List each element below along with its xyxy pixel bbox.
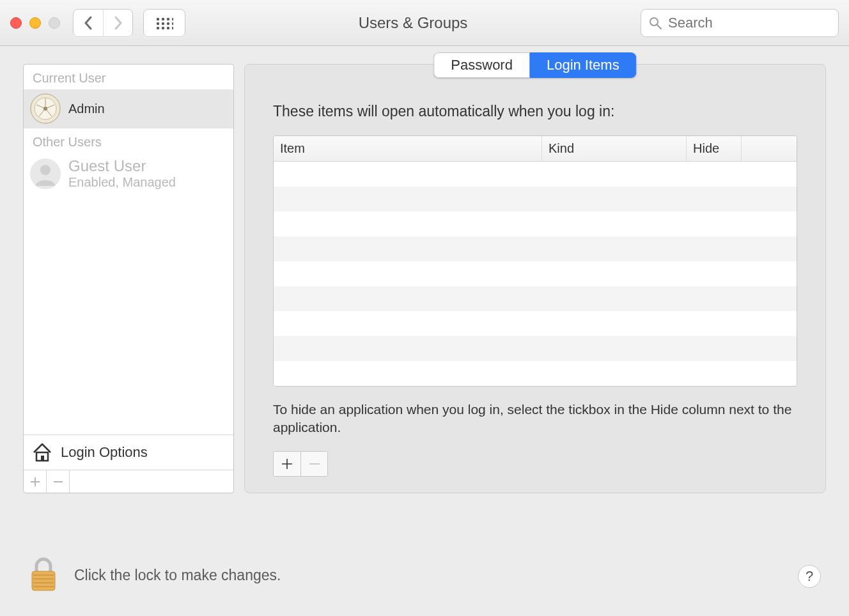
users-sidebar: Current User Admin Other Users (23, 64, 234, 493)
svg-point-3 (172, 17, 173, 20)
svg-point-8 (157, 26, 159, 29)
table-row[interactable] (274, 236, 797, 261)
user-text: Admin (68, 102, 105, 116)
table-header: Item Kind Hide (274, 136, 797, 162)
svg-rect-24 (41, 456, 44, 461)
svg-point-11 (172, 26, 173, 29)
login-options-label: Login Options (61, 444, 148, 461)
chevron-left-icon (84, 16, 93, 30)
add-item-button[interactable] (274, 452, 300, 476)
user-role: Admin (68, 102, 105, 116)
window-title: Users & Groups (185, 14, 641, 32)
login-items-table: Item Kind Hide (273, 135, 797, 387)
search-input[interactable] (668, 15, 830, 31)
sidebar-footer (24, 470, 233, 493)
question-icon: ? (806, 568, 813, 585)
remove-user-button[interactable] (47, 470, 70, 493)
tab-control: Password Login Items (433, 52, 636, 78)
avatar-icon (30, 93, 61, 124)
help-button[interactable]: ? (798, 565, 821, 588)
remove-item-button[interactable] (300, 452, 327, 476)
minimize-window-button[interactable] (29, 17, 41, 29)
main-panel: Password Login Items These items will op… (244, 64, 826, 493)
current-user-row[interactable]: Admin (24, 89, 233, 128)
table-row[interactable] (274, 162, 797, 187)
lock-hint: Click the lock to make changes. (74, 567, 281, 584)
add-remove-items (273, 451, 328, 477)
svg-point-9 (162, 26, 164, 29)
svg-point-12 (650, 18, 658, 26)
column-item[interactable]: Item (274, 136, 542, 161)
close-window-button[interactable] (10, 17, 22, 29)
user-text: Guest User Enabled, Managed (68, 157, 176, 190)
login-options-row[interactable]: Login Options (24, 435, 233, 470)
search-icon (649, 17, 662, 29)
plus-icon (30, 477, 40, 487)
table-row[interactable] (274, 286, 797, 311)
tab-login-items[interactable]: Login Items (529, 52, 637, 78)
show-all-button[interactable] (143, 9, 185, 37)
lock-bar: Click the lock to make changes. (29, 557, 281, 593)
svg-point-2 (167, 17, 169, 20)
person-icon (33, 162, 58, 186)
add-user-button[interactable] (24, 470, 47, 493)
titlebar: Users & Groups (0, 0, 849, 46)
chevron-right-icon (114, 16, 123, 30)
guest-user-row[interactable]: Guest User Enabled, Managed (24, 153, 233, 194)
house-icon (31, 442, 53, 463)
svg-line-13 (657, 25, 661, 29)
column-spacer (742, 136, 797, 161)
search-field[interactable] (641, 9, 839, 37)
plus-icon (281, 458, 293, 470)
table-row[interactable] (274, 212, 797, 236)
column-kind[interactable]: Kind (542, 136, 687, 161)
table-row[interactable] (274, 261, 797, 286)
svg-point-4 (157, 22, 159, 24)
table-row[interactable] (274, 311, 797, 336)
svg-point-22 (40, 165, 51, 175)
forward-button[interactable] (103, 10, 132, 36)
window-controls (10, 17, 60, 29)
minus-icon (53, 477, 63, 487)
avatar (30, 158, 61, 189)
svg-point-10 (167, 26, 169, 29)
hide-hint: To hide an application when you log in, … (273, 401, 797, 437)
svg-point-7 (172, 22, 173, 24)
table-row[interactable] (274, 361, 797, 386)
guest-user-status: Enabled, Managed (68, 175, 176, 190)
content: Current User Admin Other Users (0, 46, 849, 493)
guest-user-name: Guest User (68, 157, 176, 175)
grid-icon (155, 17, 173, 29)
panel-body: These items will open automatically when… (245, 65, 825, 496)
table-body (274, 162, 797, 386)
back-button[interactable] (74, 10, 103, 36)
table-row[interactable] (274, 187, 797, 212)
svg-point-5 (162, 22, 164, 24)
column-hide[interactable]: Hide (687, 136, 742, 161)
zoom-window-button[interactable] (49, 17, 60, 29)
login-items-intro: These items will open automatically when… (273, 103, 797, 120)
svg-rect-31 (32, 571, 55, 590)
minus-icon (309, 458, 320, 470)
table-row[interactable] (274, 336, 797, 361)
avatar (30, 93, 61, 124)
svg-point-6 (167, 22, 169, 24)
other-users-header: Other Users (24, 128, 233, 153)
nav-buttons (73, 9, 133, 37)
svg-point-1 (162, 17, 164, 20)
svg-point-0 (157, 17, 159, 20)
current-user-header: Current User (24, 65, 233, 89)
tab-password[interactable]: Password (433, 52, 529, 78)
lock-icon[interactable] (29, 557, 58, 593)
